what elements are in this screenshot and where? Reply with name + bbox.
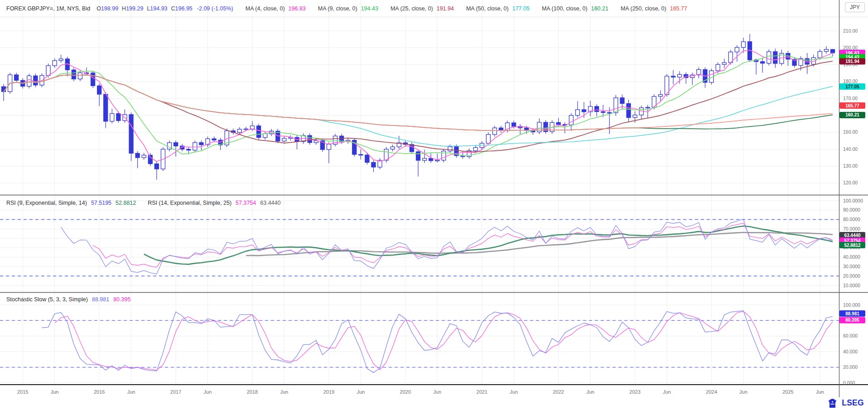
pane-borders — [0, 0, 868, 397]
svg-text:Jun: Jun — [586, 389, 594, 395]
quote-o: O198.99 — [96, 5, 118, 12]
svg-text:Jun: Jun — [663, 389, 671, 395]
rsi-pane-series — [61, 219, 833, 274]
svg-text:165.77: 165.77 — [845, 103, 859, 108]
svg-text:52.8812: 52.8812 — [844, 243, 861, 248]
svg-text:30.0000: 30.0000 — [843, 264, 860, 269]
svg-text:88.981: 88.981 — [845, 311, 859, 316]
indicator-legend-item[interactable]: Stochastic Slow (5, 3, 3, Simple)88.9818… — [6, 296, 130, 303]
svg-text:2025: 2025 — [782, 389, 793, 395]
svg-text:180.00: 180.00 — [843, 78, 858, 84]
ma-line-50 — [4, 75, 833, 146]
ma-legend-item[interactable]: MA (4, close, 0)196.83 — [246, 5, 306, 12]
rsi-legend[interactable]: RSI (9, Exponential, Simple, 14)57.51955… — [6, 200, 292, 206]
chart-window: 210.00200.00190.00180.00170.00160.00150.… — [0, 0, 868, 410]
lseg-logo-text: LSEG — [842, 398, 864, 408]
ma-line-250 — [4, 75, 833, 130]
currency-badge[interactable]: JPY — [845, 2, 865, 12]
svg-text:Jun: Jun — [739, 389, 747, 395]
quote-l: L194.93 — [147, 5, 167, 12]
svg-text:2017: 2017 — [170, 389, 181, 395]
svg-text:80.0000: 80.0000 — [843, 217, 860, 222]
lseg-logo: LSEG — [827, 398, 864, 408]
svg-text:210.00: 210.00 — [843, 28, 858, 34]
ma-line-4 — [4, 50, 833, 161]
svg-text:140.00: 140.00 — [843, 146, 858, 152]
svg-text:Jun: Jun — [204, 389, 212, 395]
svg-text:191.94: 191.94 — [845, 59, 859, 64]
rsi-smoothing-green — [144, 226, 833, 264]
svg-text:2018: 2018 — [247, 389, 258, 395]
svg-text:2022: 2022 — [553, 389, 564, 395]
svg-text:Jun: Jun — [357, 389, 365, 395]
svg-text:20.0000: 20.0000 — [843, 273, 860, 279]
svg-text:Jun: Jun — [127, 389, 135, 395]
ma-legend: MA (4, close, 0)196.83MA (9, close, 0)19… — [233, 5, 687, 12]
ma-line-100 — [4, 75, 833, 130]
svg-text:70.0000: 70.0000 — [843, 226, 860, 232]
ma-legend-item[interactable]: MA (50, close, 0)177.05 — [466, 5, 530, 12]
overbought-oversold-levels — [0, 220, 839, 367]
ma-line-9 — [4, 55, 833, 156]
svg-text:Jun: Jun — [51, 389, 59, 395]
svg-text:2019: 2019 — [323, 389, 334, 395]
svg-text:2020: 2020 — [400, 389, 411, 395]
svg-text:20.000: 20.000 — [843, 364, 858, 370]
indicator-legend-item[interactable]: RSI (14, Exponential, Simple, 25)57.3754… — [148, 200, 280, 206]
svg-text:90.0000: 90.0000 — [843, 207, 860, 212]
svg-text:40.000: 40.000 — [843, 349, 858, 354]
ohlc-quote: O198.99H199.29L194.93C196.95 — [96, 5, 196, 12]
svg-text:130.00: 130.00 — [843, 163, 858, 169]
price-axis-labels[interactable]: 210.00200.00190.00180.00170.00160.00150.… — [843, 28, 863, 386]
svg-text:2016: 2016 — [94, 389, 105, 395]
svg-text:Jun: Jun — [510, 389, 518, 395]
svg-text:2024: 2024 — [706, 389, 717, 395]
svg-text:2021: 2021 — [477, 389, 487, 395]
svg-text:160.21: 160.21 — [845, 112, 859, 117]
svg-text:63.4440: 63.4440 — [844, 233, 861, 238]
candlestick-series — [2, 34, 835, 179]
svg-text:177.05: 177.05 — [845, 84, 859, 89]
svg-text:80.395: 80.395 — [845, 318, 859, 323]
indicator-legend-item[interactable]: RSI (9, Exponential, Simple, 14)57.51955… — [6, 200, 136, 206]
quote-h: H199.29 — [122, 5, 143, 12]
instrument-title[interactable]: FOREX GBPJPY=, 1M, NYS, Bid — [6, 5, 90, 12]
ma-legend-item[interactable]: MA (100, close, 0)160.21 — [542, 5, 608, 12]
change-value: -2.09 (-1.05%) — [197, 5, 233, 12]
ma-legend-item[interactable]: MA (25, close, 0)191.94 — [391, 5, 454, 12]
svg-text:200.00: 200.00 — [843, 45, 858, 50]
svg-text:Jun: Jun — [433, 389, 441, 395]
rsi-14-line — [93, 223, 833, 267]
svg-text:100.000: 100.000 — [843, 302, 860, 308]
svg-text:120.00: 120.00 — [843, 180, 858, 185]
gridlines — [0, 0, 839, 384]
svg-text:10.0000: 10.0000 — [843, 283, 860, 288]
quote-c: C196.95 — [171, 5, 193, 12]
svg-text:2015: 2015 — [17, 389, 28, 395]
stochastic-legend[interactable]: Stochastic Slow (5, 3, 3, Simple)88.9818… — [6, 296, 142, 303]
ma-legend-item[interactable]: MA (250, close, 0)165.77 — [621, 5, 687, 12]
svg-text:150.00: 150.00 — [843, 129, 858, 135]
svg-text:Jun: Jun — [816, 389, 824, 395]
svg-text:2023: 2023 — [629, 389, 640, 395]
svg-text:100.0000: 100.0000 — [843, 198, 863, 203]
ma-legend-item[interactable]: MA (9, close, 0)194.43 — [318, 5, 378, 12]
svg-text:170.00: 170.00 — [843, 96, 858, 101]
chart-header: FOREX GBPJPY=, 1M, NYS, Bid O198.99H199.… — [0, 0, 868, 17]
ma-overlays — [4, 50, 833, 161]
svg-text:60.000: 60.000 — [843, 333, 858, 338]
rsi-9-line — [61, 219, 833, 274]
time-axis-labels[interactable]: 2015Jun2016Jun2017Jun2018Jun2019Jun2020J… — [17, 389, 824, 395]
svg-text:0.000: 0.000 — [843, 380, 855, 386]
lseg-lion-icon — [827, 398, 839, 408]
svg-text:Jun: Jun — [280, 389, 289, 395]
ma-line-25 — [4, 61, 833, 152]
svg-text:40.0000: 40.0000 — [843, 254, 860, 260]
